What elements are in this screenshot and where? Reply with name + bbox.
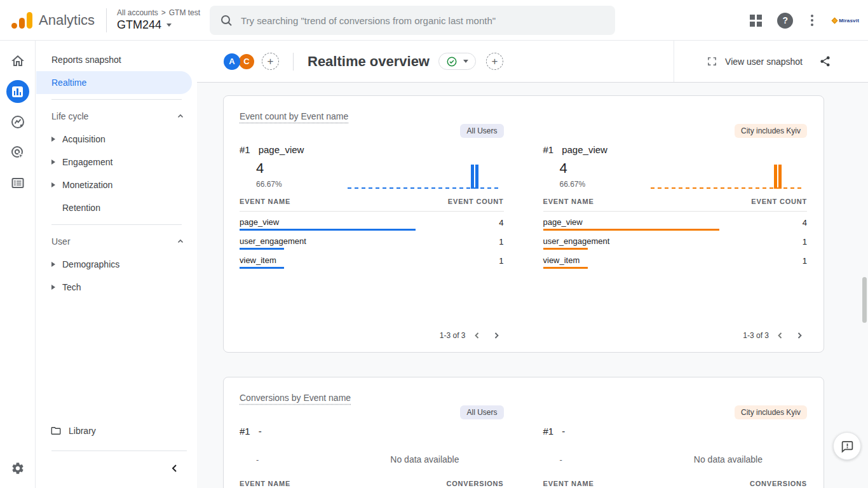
chevron-left-icon — [776, 332, 784, 339]
comparison-chip-c[interactable]: C — [238, 53, 255, 71]
org-logo[interactable]: Mirasvit — [832, 18, 859, 24]
top-event-row: #1 page_view — [543, 144, 808, 155]
rail-advertising-button[interactable] — [3, 137, 33, 168]
google-analytics-icon — [11, 12, 32, 29]
help-icon[interactable]: ? — [777, 13, 793, 29]
event-card-all-users-half: All Users #1 page_view 4 66.67% — [224, 96, 523, 352]
value-bar — [543, 267, 588, 269]
next-page-button[interactable] — [489, 328, 504, 343]
sidebar-item-acquisition[interactable]: Acquisition — [36, 128, 197, 151]
folder-icon — [50, 425, 62, 437]
conversions-card: Conversions by Event name All Users #1 -… — [223, 377, 824, 488]
org-label: Mirasvit — [839, 18, 859, 24]
rail-reports-button[interactable] — [3, 76, 33, 107]
sidebar-item-tech[interactable]: Tech — [36, 276, 197, 299]
breadcrumb-gtm-test[interactable]: GTM test — [169, 8, 200, 17]
event-name-link[interactable]: user_engagement — [240, 236, 306, 246]
sidebar-item-retention[interactable]: Retention — [36, 196, 197, 219]
collapse-sidebar-button[interactable] — [168, 461, 182, 478]
next-page-button[interactable] — [792, 328, 807, 343]
share-button[interactable] — [819, 55, 831, 67]
table-row[interactable]: user_engagement 1 — [240, 231, 504, 250]
city-kyiv-badge[interactable]: City includes Kyiv — [735, 124, 807, 138]
report-status-dropdown[interactable] — [438, 53, 476, 70]
sidebar-divider — [51, 99, 182, 100]
property-selector[interactable]: GTM244 — [117, 18, 200, 32]
event-name-link[interactable]: page_view — [543, 217, 719, 227]
engagement-label: Engagement — [62, 157, 112, 167]
home-icon — [10, 53, 25, 69]
city-kyiv-badge[interactable]: City includes Kyiv — [735, 405, 807, 419]
rail-home-button[interactable] — [3, 46, 33, 76]
event-count-cell: 1 — [803, 236, 807, 247]
feedback-button[interactable] — [833, 432, 861, 460]
prev-page-button[interactable] — [470, 328, 485, 343]
chevron-right-icon — [796, 332, 803, 339]
table-row[interactable]: page_view 4 — [240, 212, 504, 231]
life-cycle-label: Life cycle — [51, 111, 88, 121]
sidebar-section-user[interactable]: User — [36, 230, 197, 253]
realtime-label: Realtime — [51, 78, 86, 88]
retention-label: Retention — [62, 203, 100, 213]
rail-library-button[interactable] — [3, 168, 33, 198]
sidebar-item-demographics[interactable]: Demographics — [36, 253, 197, 276]
rank-label: #1 — [543, 144, 554, 155]
all-users-badge[interactable]: All Users — [460, 124, 503, 138]
conversions-card-title[interactable]: Conversions by Event name — [240, 393, 351, 403]
view-user-snapshot-button[interactable]: View user snapshot — [707, 56, 803, 67]
top-event-row: #1 - — [240, 426, 504, 437]
app-header: Analytics All accounts > GTM test GTM244… — [0, 0, 868, 41]
sidebar-item-monetization[interactable]: Monetization — [36, 173, 197, 196]
app-name: Analytics — [39, 12, 95, 29]
pagination-label: 1-3 of 3 — [440, 331, 466, 340]
rail-admin-button[interactable] — [0, 461, 36, 475]
event-name-link[interactable]: page_view — [240, 217, 416, 227]
sidebar-item-reports-snapshot[interactable]: Reports snapshot — [36, 48, 197, 71]
table-row[interactable]: view_item 1 — [240, 250, 504, 269]
event-name-link[interactable]: view_item — [543, 255, 588, 265]
search-input[interactable] — [241, 15, 605, 26]
sidebar-item-library[interactable]: Library — [36, 419, 197, 442]
breadcrumb-all-accounts[interactable]: All accounts — [117, 8, 158, 17]
col-event-name: EVENT NAME — [543, 198, 594, 205]
apps-grid-icon[interactable] — [750, 15, 762, 27]
col-event-name: EVENT NAME — [543, 480, 594, 487]
all-users-badge[interactable]: All Users — [460, 405, 503, 419]
event-name-link[interactable]: user_engagement — [543, 236, 610, 246]
col-event-name: EVENT NAME — [240, 480, 290, 487]
event-card-title[interactable]: Event count by Event name — [240, 111, 348, 121]
sidebar-item-engagement[interactable]: Engagement — [36, 151, 197, 173]
monetization-label: Monetization — [62, 180, 112, 190]
prev-page-button[interactable] — [773, 328, 788, 343]
table-row[interactable]: page_view 4 — [543, 212, 808, 231]
comparison-chips: A C + — [224, 53, 279, 71]
rank-label: #1 — [240, 426, 250, 437]
rail-explore-button[interactable] — [3, 107, 33, 137]
scrollbar-thumb[interactable] — [862, 277, 867, 323]
add-report-button[interactable]: + — [486, 53, 503, 70]
chevron-left-icon — [473, 332, 481, 339]
table-row[interactable]: user_engagement 1 — [543, 231, 808, 250]
no-data-label: No data available — [390, 454, 459, 464]
pagination: 1-3 of 3 — [543, 328, 808, 343]
event-name-link[interactable]: view_item — [240, 255, 284, 265]
top-event-name: page_view — [259, 144, 304, 155]
more-options-icon[interactable] — [808, 12, 816, 29]
page-title: Realtime overview — [308, 53, 430, 70]
sidebar-section-life-cycle[interactable]: Life cycle — [36, 105, 197, 128]
comparison-chip-a[interactable]: A — [224, 53, 240, 70]
demographics-label: Demographics — [62, 259, 119, 269]
no-data-row: - No data available — [240, 454, 504, 464]
user-label: User — [51, 236, 71, 247]
event-count-percent: 66.67% — [256, 180, 282, 189]
event-count-cell: 1 — [499, 236, 503, 247]
analytics-logo[interactable]: Analytics — [11, 12, 95, 29]
sidebar-item-realtime[interactable]: Realtime — [36, 71, 192, 94]
sparkline-chart — [348, 163, 500, 189]
search-bar[interactable] — [210, 6, 615, 35]
add-comparison-button[interactable]: + — [262, 53, 279, 70]
report-toolbar: A C + Realtime overview + View user snap… — [197, 41, 868, 83]
event-count-percent: 66.67% — [560, 180, 586, 189]
top-event-row: #1 page_view — [240, 144, 504, 155]
table-row[interactable]: view_item 1 — [543, 250, 808, 269]
